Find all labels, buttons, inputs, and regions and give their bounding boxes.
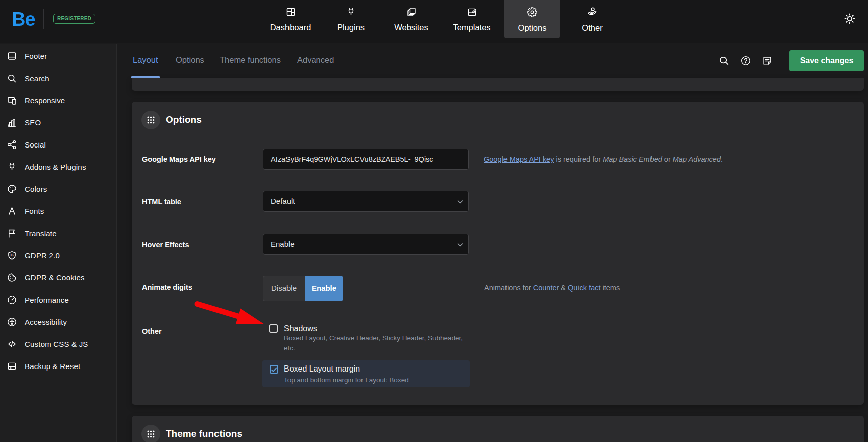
svg-text:G: G	[10, 252, 13, 257]
